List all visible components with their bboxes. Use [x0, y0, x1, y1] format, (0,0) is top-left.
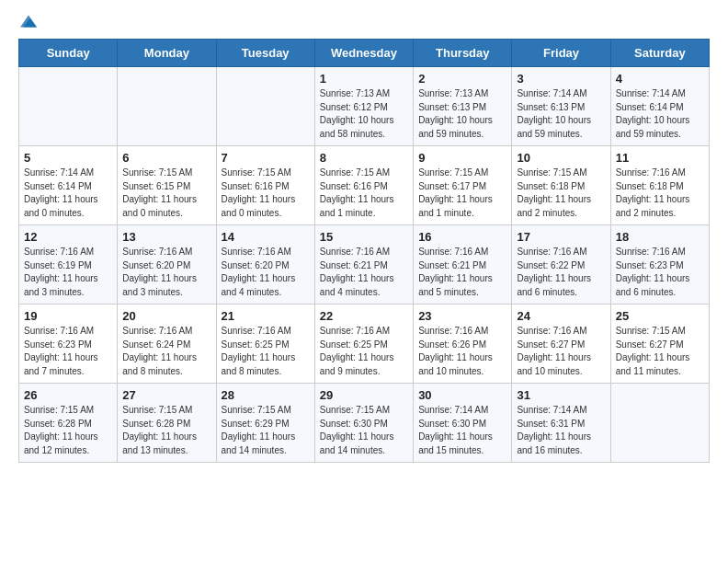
calendar-cell: 29Sunrise: 7:15 AM Sunset: 6:30 PM Dayli…	[314, 384, 413, 463]
day-number: 23	[418, 309, 506, 323]
day-number: 13	[122, 230, 210, 244]
calendar-cell: 21Sunrise: 7:16 AM Sunset: 6:25 PM Dayli…	[216, 304, 314, 384]
day-info: Sunrise: 7:14 AM Sunset: 6:14 PM Dayligh…	[616, 87, 704, 141]
day-info: Sunrise: 7:15 AM Sunset: 6:27 PM Dayligh…	[616, 325, 704, 378]
calendar-cell: 3Sunrise: 7:14 AM Sunset: 6:13 PM Daylig…	[512, 67, 610, 146]
day-info: Sunrise: 7:13 AM Sunset: 6:12 PM Dayligh…	[320, 87, 408, 141]
calendar-cell: 11Sunrise: 7:16 AM Sunset: 6:18 PM Dayli…	[610, 146, 709, 225]
day-info: Sunrise: 7:16 AM Sunset: 6:25 PM Dayligh…	[222, 325, 310, 378]
day-info: Sunrise: 7:14 AM Sunset: 6:14 PM Dayligh…	[24, 167, 112, 220]
day-number: 19	[24, 309, 112, 323]
day-info: Sunrise: 7:15 AM Sunset: 6:16 PM Dayligh…	[320, 167, 408, 220]
day-info: Sunrise: 7:16 AM Sunset: 6:24 PM Dayligh…	[122, 325, 210, 378]
calendar-cell: 12Sunrise: 7:16 AM Sunset: 6:19 PM Dayli…	[19, 225, 118, 304]
calendar-cell: 22Sunrise: 7:16 AM Sunset: 6:25 PM Dayli…	[314, 304, 413, 384]
calendar-cell: 8Sunrise: 7:15 AM Sunset: 6:16 PM Daylig…	[314, 146, 413, 225]
day-number: 4	[616, 72, 704, 86]
calendar-cell: 20Sunrise: 7:16 AM Sunset: 6:24 PM Dayli…	[118, 304, 216, 384]
day-number: 27	[122, 388, 210, 402]
weekday-header-tuesday: Tuesday	[216, 40, 314, 67]
day-number: 18	[616, 230, 704, 244]
calendar-cell: 25Sunrise: 7:15 AM Sunset: 6:27 PM Dayli…	[610, 304, 709, 384]
calendar-week-row: 26Sunrise: 7:15 AM Sunset: 6:28 PM Dayli…	[19, 384, 710, 463]
calendar-cell: 24Sunrise: 7:16 AM Sunset: 6:27 PM Dayli…	[512, 304, 610, 384]
day-number: 20	[122, 309, 210, 323]
weekday-header-row: SundayMondayTuesdayWednesdayThursdayFrid…	[19, 40, 710, 67]
day-info: Sunrise: 7:16 AM Sunset: 6:23 PM Dayligh…	[24, 325, 112, 378]
day-number: 17	[517, 230, 605, 244]
calendar-cell: 9Sunrise: 7:15 AM Sunset: 6:17 PM Daylig…	[414, 146, 512, 225]
weekday-header-friday: Friday	[512, 40, 610, 67]
day-number: 14	[222, 230, 310, 244]
calendar-week-row: 1Sunrise: 7:13 AM Sunset: 6:12 PM Daylig…	[19, 67, 710, 146]
weekday-header-saturday: Saturday	[610, 40, 709, 67]
calendar-cell: 17Sunrise: 7:16 AM Sunset: 6:22 PM Dayli…	[512, 225, 610, 304]
day-info: Sunrise: 7:16 AM Sunset: 6:21 PM Dayligh…	[418, 246, 506, 299]
day-info: Sunrise: 7:16 AM Sunset: 6:21 PM Dayligh…	[320, 246, 408, 299]
day-info: Sunrise: 7:14 AM Sunset: 6:31 PM Dayligh…	[517, 404, 605, 457]
day-number: 29	[320, 388, 408, 402]
day-info: Sunrise: 7:16 AM Sunset: 6:26 PM Dayligh…	[418, 325, 506, 378]
calendar-cell	[19, 67, 118, 146]
day-info: Sunrise: 7:15 AM Sunset: 6:28 PM Dayligh…	[122, 404, 210, 457]
calendar-cell: 7Sunrise: 7:15 AM Sunset: 6:16 PM Daylig…	[216, 146, 314, 225]
day-number: 12	[24, 230, 112, 244]
day-info: Sunrise: 7:15 AM Sunset: 6:16 PM Dayligh…	[222, 167, 310, 220]
day-info: Sunrise: 7:16 AM Sunset: 6:18 PM Dayligh…	[616, 167, 704, 220]
weekday-header-wednesday: Wednesday	[314, 40, 413, 67]
calendar-cell: 27Sunrise: 7:15 AM Sunset: 6:28 PM Dayli…	[118, 384, 216, 463]
weekday-header-thursday: Thursday	[414, 40, 512, 67]
day-info: Sunrise: 7:15 AM Sunset: 6:28 PM Dayligh…	[24, 404, 112, 457]
day-number: 10	[517, 151, 605, 165]
header	[18, 15, 710, 29]
calendar-cell: 15Sunrise: 7:16 AM Sunset: 6:21 PM Dayli…	[314, 225, 413, 304]
day-number: 9	[418, 151, 506, 165]
day-number: 15	[320, 230, 408, 244]
day-number: 8	[320, 151, 408, 165]
day-number: 25	[616, 309, 704, 323]
day-number: 30	[418, 388, 506, 402]
weekday-header-sunday: Sunday	[19, 40, 118, 67]
calendar-week-row: 19Sunrise: 7:16 AM Sunset: 6:23 PM Dayli…	[19, 304, 710, 384]
day-number: 7	[222, 151, 310, 165]
day-info: Sunrise: 7:14 AM Sunset: 6:13 PM Dayligh…	[517, 87, 605, 141]
day-number: 21	[222, 309, 310, 323]
calendar-cell: 23Sunrise: 7:16 AM Sunset: 6:26 PM Dayli…	[414, 304, 512, 384]
day-number: 26	[24, 388, 112, 402]
logo	[18, 15, 37, 29]
calendar-cell	[216, 67, 314, 146]
day-number: 5	[24, 151, 112, 165]
calendar-cell: 5Sunrise: 7:14 AM Sunset: 6:14 PM Daylig…	[19, 146, 118, 225]
day-number: 11	[616, 151, 704, 165]
day-info: Sunrise: 7:16 AM Sunset: 6:25 PM Dayligh…	[320, 325, 408, 378]
day-info: Sunrise: 7:15 AM Sunset: 6:30 PM Dayligh…	[320, 404, 408, 457]
day-info: Sunrise: 7:15 AM Sunset: 6:29 PM Dayligh…	[222, 404, 310, 457]
day-info: Sunrise: 7:14 AM Sunset: 6:30 PM Dayligh…	[418, 404, 506, 457]
calendar-cell	[118, 67, 216, 146]
day-info: Sunrise: 7:16 AM Sunset: 6:19 PM Dayligh…	[24, 246, 112, 299]
calendar-cell: 26Sunrise: 7:15 AM Sunset: 6:28 PM Dayli…	[19, 384, 118, 463]
day-info: Sunrise: 7:16 AM Sunset: 6:22 PM Dayligh…	[517, 246, 605, 299]
day-number: 2	[418, 72, 506, 86]
day-number: 3	[517, 72, 605, 86]
calendar-cell: 1Sunrise: 7:13 AM Sunset: 6:12 PM Daylig…	[314, 67, 413, 146]
page: SundayMondayTuesdayWednesdayThursdayFrid…	[0, 0, 728, 563]
calendar-cell: 6Sunrise: 7:15 AM Sunset: 6:15 PM Daylig…	[118, 146, 216, 225]
calendar-week-row: 5Sunrise: 7:14 AM Sunset: 6:14 PM Daylig…	[19, 146, 710, 225]
day-info: Sunrise: 7:16 AM Sunset: 6:23 PM Dayligh…	[616, 246, 704, 299]
day-info: Sunrise: 7:15 AM Sunset: 6:18 PM Dayligh…	[517, 167, 605, 220]
calendar-cell: 14Sunrise: 7:16 AM Sunset: 6:20 PM Dayli…	[216, 225, 314, 304]
calendar-week-row: 12Sunrise: 7:16 AM Sunset: 6:19 PM Dayli…	[19, 225, 710, 304]
calendar-cell: 19Sunrise: 7:16 AM Sunset: 6:23 PM Dayli…	[19, 304, 118, 384]
calendar-table: SundayMondayTuesdayWednesdayThursdayFrid…	[18, 39, 710, 463]
day-number: 6	[122, 151, 210, 165]
day-info: Sunrise: 7:15 AM Sunset: 6:17 PM Dayligh…	[418, 167, 506, 220]
day-info: Sunrise: 7:13 AM Sunset: 6:13 PM Dayligh…	[418, 87, 506, 141]
weekday-header-monday: Monday	[118, 40, 216, 67]
logo-icon	[20, 15, 37, 28]
day-number: 16	[418, 230, 506, 244]
day-info: Sunrise: 7:16 AM Sunset: 6:20 PM Dayligh…	[122, 246, 210, 299]
day-number: 24	[517, 309, 605, 323]
day-info: Sunrise: 7:16 AM Sunset: 6:27 PM Dayligh…	[517, 325, 605, 378]
calendar-cell: 30Sunrise: 7:14 AM Sunset: 6:30 PM Dayli…	[414, 384, 512, 463]
